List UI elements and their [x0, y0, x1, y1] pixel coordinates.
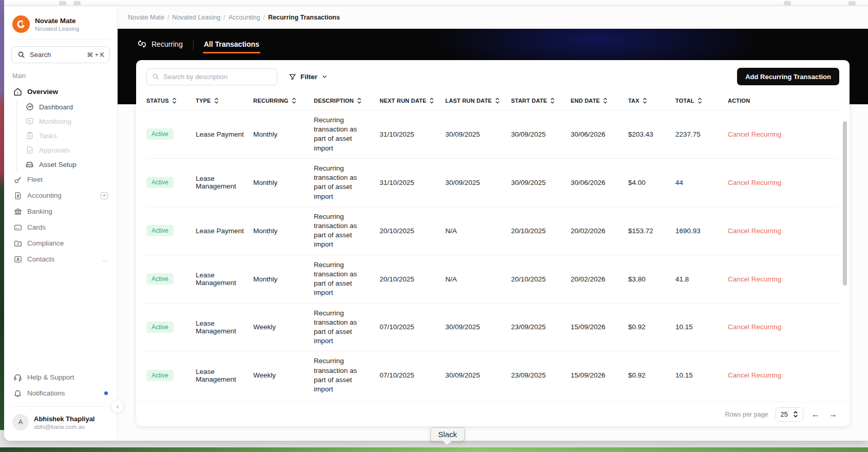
cell-description: Recurring transaction as part of asset i… [314, 207, 371, 255]
app-subtitle: Novated Leasing [35, 26, 79, 32]
sidebar-item-label: Asset Setup [39, 161, 77, 168]
cell-tax: $203.43 [628, 125, 675, 143]
col-header-status[interactable]: STATUS [146, 97, 196, 104]
breadcrumb-current: Recurring Transactions [268, 14, 340, 21]
col-header-end-date[interactable]: END DATE [571, 97, 628, 104]
sort-icon[interactable] [643, 97, 647, 104]
notification-dot [104, 391, 108, 395]
tab-all-transactions[interactable]: All Transactions [203, 37, 260, 53]
description-search-input[interactable] [163, 73, 272, 81]
cell-description: Recurring transaction as part of asset i… [314, 110, 371, 158]
sort-icon[interactable] [357, 97, 362, 104]
sidebar-item-contacts[interactable]: Contacts ... [11, 251, 110, 267]
cell-next-run: 20/10/2025 [380, 222, 445, 240]
cell-last-run: 30/09/2025 [445, 318, 511, 336]
breadcrumb-item[interactable]: Novate Mate [128, 14, 164, 21]
col-header-recurring[interactable]: RECURRING [253, 97, 314, 104]
sort-icon[interactable] [697, 97, 702, 104]
sidebar-collapse-button[interactable]: ‹ [111, 400, 124, 413]
sidebar-item-help-support[interactable]: Help & Support [11, 369, 110, 385]
app-name: Novate Mate [35, 17, 79, 25]
tab-label: All Transactions [204, 40, 259, 48]
col-header-start-date[interactable]: START DATE [511, 97, 571, 104]
sidebar-item-label: Approvals [39, 146, 70, 154]
prev-page-button[interactable]: ← [810, 410, 821, 419]
cell-end: 20/02/2026 [571, 222, 628, 240]
cancel-recurring-link[interactable]: Cancel Recurring [728, 227, 781, 235]
col-header-tax[interactable]: TAX [628, 97, 675, 104]
sort-icon[interactable] [550, 97, 555, 104]
rows-per-page-select[interactable]: 25 [776, 407, 803, 422]
tab-recurring[interactable]: Recurring [136, 36, 184, 54]
filter-button[interactable]: Filter [289, 73, 328, 81]
recurring-icon [137, 39, 147, 49]
user-profile[interactable]: A Abhishek Thapliyal abhi@karia.com.au [11, 412, 110, 432]
cancel-recurring-link[interactable]: Cancel Recurring [728, 323, 781, 331]
cancel-recurring-link[interactable]: Cancel Recurring [728, 130, 781, 138]
dashboard-icon [25, 103, 34, 111]
col-header-total[interactable]: TOTAL [675, 97, 728, 104]
browser-tab-fragment [59, 1, 66, 5]
breadcrumb-item[interactable]: Accounting [229, 14, 260, 21]
document-check-icon [25, 146, 34, 155]
sidebar-item-compliance[interactable]: Compliance [11, 235, 110, 251]
cell-recurring: Monthly [253, 270, 314, 288]
add-recurring-transaction-button[interactable]: Add Recurring Transaction [737, 68, 839, 85]
transactions-card: Filter Add Recurring Transaction STATUS … [136, 60, 850, 426]
cell-start: 20/10/2025 [511, 222, 571, 240]
cancel-recurring-link[interactable]: Cancel Recurring [728, 179, 781, 186]
next-page-button[interactable]: → [828, 410, 838, 419]
table-row: ActiveLease ManagementWeeklyRecurring tr… [146, 303, 839, 351]
status-badge: Active [146, 322, 174, 333]
cell-type: Lease Management [196, 266, 253, 292]
sort-icon[interactable] [429, 97, 434, 104]
sidebar-item-label: Tasks [39, 132, 57, 140]
sidebar-item-dashboard[interactable]: Dashboard [24, 100, 110, 114]
breadcrumb-item[interactable]: Novated Leasing [172, 14, 220, 21]
sidebar-item-cards[interactable]: Cards [11, 219, 110, 235]
sidebar-item-asset-setup[interactable]: Asset Setup [24, 157, 110, 172]
nav-section-label: Main [12, 72, 109, 80]
col-header-next-run-date[interactable]: NEXT RUN DATE [380, 97, 445, 104]
col-header-type[interactable]: TYPE [196, 97, 253, 104]
sidebar-item-label: Monitoring [39, 118, 71, 125]
cell-total: 10.15 [675, 318, 728, 336]
cell-last-run: 30/09/2025 [445, 125, 511, 143]
sidebar: Novate Mate Novated Leasing Search ⌘ + K… [4, 6, 118, 441]
sort-icon[interactable] [603, 97, 608, 104]
rows-per-page-label: Rows per page [725, 411, 768, 418]
sort-icon[interactable] [292, 97, 296, 104]
table-scrollbar[interactable] [843, 121, 847, 286]
sidebar-search[interactable]: Search ⌘ + K [11, 46, 110, 63]
sidebar-item-notifications[interactable]: Notifications [11, 385, 110, 401]
col-header-description[interactable]: DESCRIPTION [314, 97, 380, 104]
sidebar-item-label: Cards [27, 223, 46, 231]
sidebar-item-monitoring[interactable]: Monitoring [24, 114, 110, 128]
cell-type: Lease Payment [196, 222, 253, 240]
cancel-recurring-link[interactable]: Cancel Recurring [728, 371, 781, 379]
sort-icon[interactable] [172, 97, 177, 104]
sidebar-item-approvals[interactable]: Approvals [24, 143, 110, 157]
sort-icon[interactable] [495, 97, 500, 104]
sidebar-item-overview[interactable]: Overview [11, 84, 110, 100]
col-header-last-run-date[interactable]: LAST RUN DATE [445, 97, 511, 104]
cancel-recurring-link[interactable]: Cancel Recurring [728, 275, 781, 283]
sidebar-item-fleet[interactable]: Fleet [11, 172, 110, 187]
sidebar-item-label: Help & Support [27, 373, 74, 381]
app-brand[interactable]: Novate Mate Novated Leasing [11, 13, 110, 40]
cell-next-run: 07/10/2025 [380, 366, 445, 384]
cell-end: 15/09/2026 [571, 366, 628, 384]
cell-tax: $153.72 [628, 222, 675, 240]
sidebar-item-label: Banking [27, 208, 52, 215]
sort-icon[interactable] [214, 97, 219, 104]
contact-card-icon [13, 255, 22, 263]
accounting-add-icon[interactable]: + [101, 192, 108, 199]
header-band-right [850, 29, 868, 104]
sidebar-item-accounting[interactable]: Accounting + [11, 187, 110, 203]
sidebar-item-tasks[interactable]: Tasks [24, 128, 110, 143]
description-search[interactable] [146, 68, 277, 85]
cell-end: 15/09/2026 [571, 318, 628, 336]
sidebar-item-banking[interactable]: Banking [11, 203, 110, 219]
cell-recurring: Weekly [253, 318, 314, 336]
contacts-more-icon[interactable]: ... [103, 256, 108, 263]
